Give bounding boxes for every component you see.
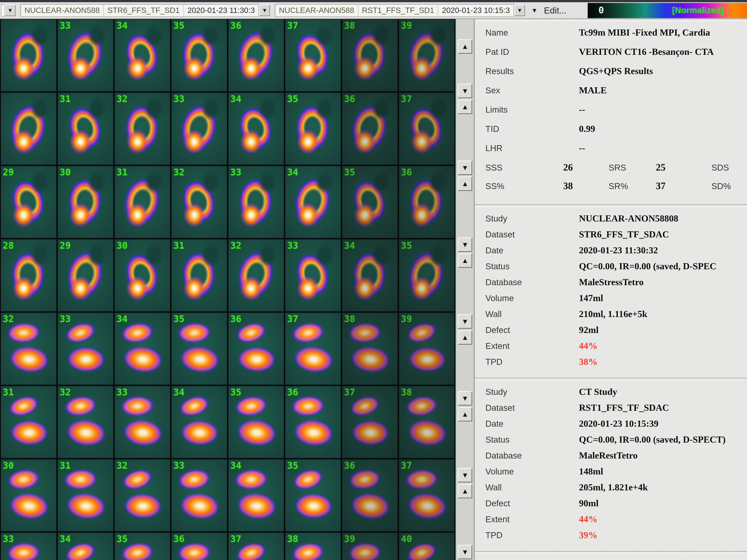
slice-cell[interactable]: 30 [114, 239, 170, 312]
slice-cell[interactable]: 32 [1, 313, 56, 385]
scroll-down-button[interactable]: ▼ [458, 314, 472, 329]
slice-cell[interactable]: 30 [58, 166, 113, 238]
scroll-up-button[interactable]: ▲ [458, 100, 472, 114]
scroll-down-button[interactable]: ▼ [458, 161, 472, 175]
slice-cell[interactable]: 33 [171, 459, 227, 532]
scroll-down-button[interactable]: ▼ [458, 237, 472, 252]
scroll-down-button[interactable]: ▼ [458, 391, 472, 405]
slice-cell[interactable]: 39 [399, 19, 455, 91]
slice-cell[interactable]: 35 [285, 92, 341, 165]
slice-cell[interactable]: 30 [1, 459, 56, 532]
slice-cell[interactable]: 38 [342, 19, 398, 91]
patient-info-section: NameTc99m MIBI -Fixed MPI, CardiaPat IDV… [475, 22, 747, 205]
scroll-up-button[interactable]: ▲ [458, 330, 472, 345]
slice-cell[interactable]: 36 [342, 459, 398, 532]
slice-cell[interactable]: 40 [399, 533, 455, 560]
slice-cell[interactable]: 28 [1, 239, 56, 312]
slice-cell[interactable]: 36 [228, 313, 284, 385]
slice-cell[interactable]: 34 [171, 386, 227, 458]
rest-dataset-selector[interactable]: NUCLEAR-ANON588 RST1_FFS_TF_SD1 2020-01-… [275, 4, 514, 17]
clipped-dataset-selector[interactable]: ▼ [1, 5, 16, 16]
scroll-up-button[interactable]: ▲ [458, 407, 472, 422]
slice-cell[interactable]: 35 [228, 386, 284, 458]
rest-dataset-name: RST1_FFS_TF_SD1 [358, 4, 438, 17]
slice-cell[interactable]: 35 [114, 533, 170, 560]
ring-gap [31, 24, 50, 47]
field-value: NUCLEAR-ANON58808 [579, 213, 678, 224]
slice-number: 33 [60, 314, 71, 323]
scroll-up-button[interactable]: ▲ [458, 484, 472, 498]
slice-cell[interactable]: 31 [114, 166, 170, 238]
slice-cell[interactable]: 37 [399, 459, 455, 532]
slice-cell[interactable]: 36 [285, 386, 341, 458]
slice-cell[interactable]: 35 [171, 19, 227, 91]
scroll-up-button[interactable]: ▲ [458, 177, 472, 191]
slice-cell[interactable]: 37 [228, 533, 284, 560]
slice-cell[interactable]: 31 [171, 239, 227, 312]
slice-cell[interactable]: 33 [171, 92, 227, 165]
field-value: STR6_FFS_TF_SDAC [579, 229, 669, 240]
slice-cell[interactable]: 35 [399, 239, 455, 312]
slice-cell[interactable]: 33 [114, 386, 170, 458]
slice-number: 35 [230, 388, 241, 397]
slice-cell[interactable]: 34 [58, 533, 113, 560]
stress-dataset-selector[interactable]: NUCLEAR-ANON588 STR6_FFS_TF_SD1 2020-01-… [20, 4, 259, 17]
slice-cell[interactable]: 33 [228, 166, 284, 238]
slice-cell[interactable]: 36 [342, 92, 398, 165]
chevron-down-icon[interactable]: ▼ [5, 5, 16, 16]
slice-cell[interactable] [1, 19, 56, 91]
slice-cell[interactable]: 33 [58, 313, 113, 385]
slice-cell[interactable]: 37 [285, 19, 341, 91]
slice-cell[interactable]: 34 [228, 92, 284, 165]
slice-cell[interactable]: 33 [285, 239, 341, 312]
slice-cell[interactable]: 32 [114, 459, 170, 532]
ring-gap [87, 97, 106, 120]
slice-cell[interactable]: 33 [1, 533, 56, 560]
slice-cell[interactable]: 34 [228, 459, 284, 532]
info-row: StatusQC=0.00, IR=0.00 (saved, D-SPEC [485, 261, 745, 277]
scroll-up-button[interactable]: ▲ [458, 39, 472, 54]
stress-combo-chevron-down-icon[interactable]: ▼ [259, 5, 270, 16]
slice-cell[interactable]: 32 [228, 239, 284, 312]
slice-cell[interactable]: 32 [58, 386, 113, 458]
slice-cell[interactable]: 39 [342, 533, 398, 560]
scroll-up-button[interactable]: ▲ [458, 254, 472, 268]
slice-cell[interactable]: 34 [114, 313, 170, 385]
rest-combo-chevron-down-icon[interactable]: ▼ [514, 5, 525, 16]
slice-cell[interactable]: 29 [1, 166, 56, 238]
scroll-down-button[interactable]: ▼ [458, 545, 472, 559]
slice-cell[interactable]: 34 [342, 239, 398, 312]
slice-cell[interactable]: 38 [399, 386, 455, 458]
slice-cell[interactable]: 38 [342, 313, 398, 385]
scroll-down-button[interactable]: ▼ [458, 84, 472, 98]
slice-cell[interactable]: 34 [114, 19, 170, 91]
scroll-down-button[interactable]: ▼ [458, 468, 472, 482]
field-label: LHR [485, 143, 579, 153]
slice-cell[interactable]: 35 [342, 166, 398, 238]
slice-cell[interactable]: 37 [285, 313, 341, 385]
slice-cell[interactable]: 39 [399, 313, 455, 385]
slice-cell[interactable]: 31 [1, 386, 56, 458]
slice-cell[interactable]: 32 [114, 92, 170, 165]
slice-cell[interactable]: 31 [58, 459, 113, 532]
ring-gap [31, 97, 50, 120]
slice-cell[interactable]: 35 [171, 313, 227, 385]
slice-cell[interactable] [1, 92, 56, 165]
slice-cell[interactable]: 36 [228, 19, 284, 91]
slice-cell[interactable]: 36 [399, 166, 455, 238]
slice-cell[interactable]: 35 [285, 459, 341, 532]
field-value: MALE [579, 85, 607, 96]
slice-cell[interactable]: 29 [58, 239, 113, 312]
edit-menu-chevron-down-icon[interactable]: ▼ [531, 7, 538, 14]
slice-cell[interactable]: 37 [342, 386, 398, 458]
slice-cell[interactable]: 31 [58, 92, 113, 165]
edit-menu[interactable]: Edit... [544, 5, 567, 16]
field-label: Name [485, 28, 579, 37]
slice-cell[interactable]: 37 [399, 92, 455, 165]
slice-cell[interactable]: 36 [171, 533, 227, 560]
slice-cell[interactable]: 34 [285, 166, 341, 238]
slice-cell[interactable]: 33 [58, 19, 113, 91]
slice-cell[interactable]: 32 [171, 166, 227, 238]
slice-cell[interactable]: 38 [285, 533, 341, 560]
field-label: Defect [485, 325, 579, 335]
